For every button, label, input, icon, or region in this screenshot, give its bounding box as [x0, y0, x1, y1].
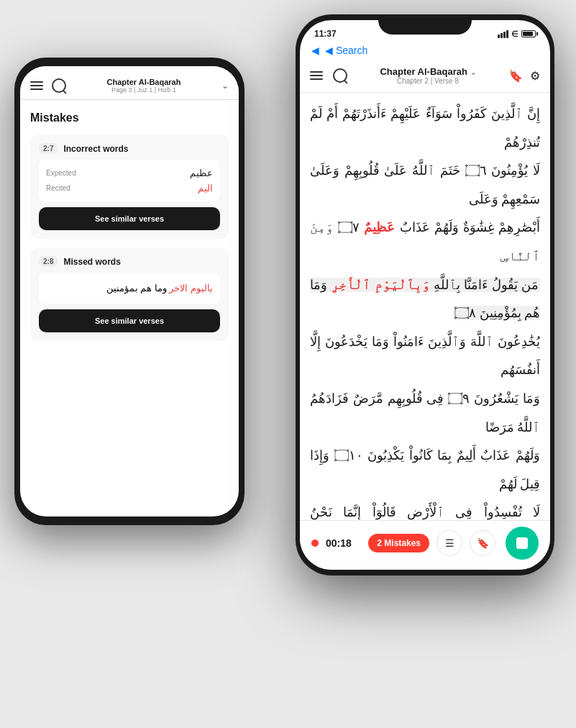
front-screen: 11:37 ∈ ◀ ◀ Search [300, 20, 550, 570]
front-chevron-icon: ⌄ [470, 68, 476, 76]
quran-line-3: أَبْصَٰرِهِمْ غِشَٰوَةٌ وَلَهُمْ عَذَابٌ… [310, 220, 540, 263]
quran-line-2: لَا يُؤْمِنُونَ ۝٦ خَتَمَ ٱللَّهُ عَلَىٰ… [310, 163, 540, 206]
chevron-icon: ⌄ [221, 81, 229, 91]
status-time: 11:37 [314, 29, 337, 39]
see-similar-btn-1[interactable]: See similar verses [39, 207, 220, 230]
recited-value: اليم [198, 183, 213, 194]
status-right-icons: ∈ [498, 29, 536, 39]
scene: Chapter Al-Baqarah Page 3 | Juz 1 | Hizb… [0, 0, 576, 728]
back-header-icons [30, 78, 66, 93]
back-header-title: Chapter Al-Baqarah Page 3 | Juz 1 | Hizb… [73, 78, 214, 94]
notch [378, 14, 472, 35]
search-back-label[interactable]: ◀ Search [325, 45, 367, 56]
front-phone: 11:37 ∈ ◀ ◀ Search [296, 14, 554, 575]
highlighted-word: عَظِيمٌ [364, 220, 395, 235]
mistakes-section: Mistakes 2:7 Incorrect words Expected عظ… [20, 100, 239, 517]
quran-text: إِنَّ ٱلَّذِينَ كَفَرُواْ سَوَآءٌ عَلَيْ… [310, 100, 540, 520]
front-search-icon[interactable] [333, 68, 347, 83]
mistakes-title: Mistakes [30, 112, 229, 124]
quran-line-5: يُخَٰدِعُونَ ٱللَّهَ وَٱلَّذِينَ ءَامَنُ… [310, 335, 540, 378]
search-bar-row: ◀ ◀ Search [300, 42, 550, 60]
bookmark-btn[interactable]: 🔖 [470, 530, 495, 556]
front-header-right: 🔖 ⚙ [508, 69, 540, 83]
front-header: Chapter Al-Baqarah ⌄ Chapter 2 | Verse 8… [300, 60, 550, 93]
recording-dot [311, 540, 319, 547]
highlighted-ayah-text: وَبِٱلْيَوْمِ ٱلْأَخِرِ [331, 278, 429, 292]
back-phone-header: Chapter Al-Baqarah Page 3 | Juz 1 | Hizb… [20, 66, 239, 100]
back-chapter-name: Chapter Al-Baqarah [73, 78, 214, 86]
stop-button[interactable] [506, 527, 539, 560]
mistake-type-1: Incorrect words [63, 144, 128, 154]
quran-area: إِنَّ ٱلَّذِينَ كَفَرُواْ سَوَآءٌ عَلَيْ… [300, 93, 550, 520]
front-chapter-name: Chapter Al-Baqarah ⌄ [355, 66, 501, 77]
front-header-title: Chapter Al-Baqarah ⌄ Chapter 2 | Verse 8 [355, 66, 501, 85]
front-hamburger-icon[interactable] [310, 71, 323, 80]
verse-badge-1: 2:7 [39, 143, 58, 154]
mistake-detail-1: Expected عظيم Recited اليم [39, 160, 220, 201]
back-header-right: ⌄ [221, 81, 229, 91]
front-chapter-subtitle: Chapter 2 | Verse 8 [355, 77, 501, 85]
verse-badge-2: 2:8 [39, 256, 58, 267]
stop-icon [516, 537, 528, 549]
missed-red-text: باليوم الاخر [169, 283, 213, 294]
search-icon[interactable] [52, 78, 66, 93]
mistake-type-2: Missed words [63, 257, 120, 267]
hamburger-icon[interactable] [30, 81, 43, 90]
missed-text-box: باليوم الاخر وما هم بمؤمنين [39, 273, 220, 304]
settings-icon[interactable]: ⚙ [530, 69, 540, 83]
recited-label: Recited [46, 184, 70, 192]
back-phone: Chapter Al-Baqarah Page 3 | Juz 1 | Hizb… [14, 58, 244, 525]
back-arrow-icon[interactable]: ◀ [311, 45, 319, 56]
timer-display: 00:18 [326, 537, 352, 549]
quran-line-8: لَا تُفْسِدُواْ فِى ٱلْأَرْضِ قَالُوٓاْ … [310, 505, 540, 520]
back-chapter-subtitle: Page 3 | Juz 1 | Hizb 1 [73, 86, 214, 94]
expected-row: Expected عظيم [46, 165, 213, 181]
bottom-bar: 00:18 2 Mistakes ☰ 🔖 [300, 520, 550, 570]
signal-icon [498, 30, 508, 38]
quran-line-1: إِنَّ ٱلَّذِينَ كَفَرُواْ سَوَآءٌ عَلَيْ… [310, 106, 540, 150]
missed-normal-text: وما هم بمؤمنين [106, 283, 167, 294]
see-similar-btn-2[interactable]: See similar verses [39, 309, 220, 332]
battery-icon [521, 30, 536, 37]
mistake-badge-1: 2:7 Incorrect words [39, 143, 220, 154]
bookmark-icon[interactable]: 🔖 [508, 69, 523, 83]
mistakes-chip[interactable]: 2 Mistakes [368, 534, 429, 552]
list-icon-btn[interactable]: ☰ [436, 530, 462, 556]
mistake-badge-2: 2:8 Missed words [39, 256, 220, 267]
quran-line-6: وَمَا يَشْعُرُونَ ۝٩ فِى قُلُوبِهِم مَّر… [310, 391, 540, 434]
incorrect-words-card: 2:7 Incorrect words Expected عظيم Recite… [30, 135, 229, 239]
expected-label: Expected [46, 169, 76, 177]
wifi-icon: ∈ [511, 29, 518, 39]
quran-line-7: وَلَهُمْ عَذَابٌ أَلِيمٌ بِمَا كَانُواْ … [310, 448, 540, 491]
highlighted-verse-box: مَن يَقُولُ ءَامَنَّا بِٱللَّهِ وَبِٱلْي… [310, 278, 540, 321]
front-header-icons [310, 68, 347, 83]
quran-line-4: مَن يَقُولُ ءَامَنَّا بِٱللَّهِ وَبِٱلْي… [310, 278, 540, 321]
expected-value: عظيم [190, 168, 213, 178]
back-phone-screen: Chapter Al-Baqarah Page 3 | Juz 1 | Hizb… [20, 66, 239, 517]
recited-row: Recited اليم [46, 181, 213, 196]
missed-words-card: 2:8 Missed words باليوم الاخر وما هم بمؤ… [30, 247, 229, 341]
